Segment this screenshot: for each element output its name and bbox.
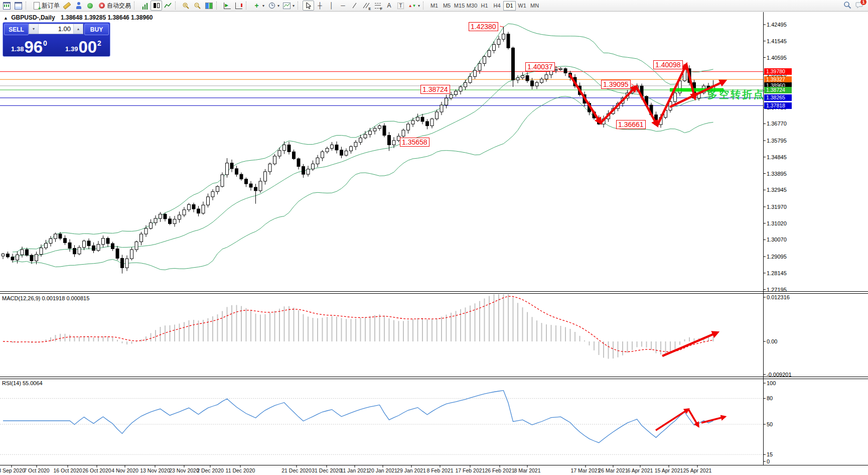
volume-input[interactable] — [39, 24, 73, 34]
date-tick-label: 26 Mar 2021 — [599, 467, 628, 473]
new-order-icon: + — [32, 2, 41, 10]
sell-price: 1.38 96 0 — [3, 35, 55, 55]
toolbar-templates-button[interactable]: ▾ — [281, 1, 296, 11]
buy-button[interactable]: BUY — [84, 24, 109, 35]
volume-increase-button[interactable]: ▴ — [73, 24, 83, 34]
toolbar-trendline-button[interactable] — [349, 1, 360, 11]
price-callout-label[interactable]: 1.40037 — [525, 62, 555, 71]
date-tick-label: 8 Mar 2021 — [514, 467, 540, 473]
date-tick-label: 21 Dec 2020 — [281, 467, 312, 473]
toolbar-cursor-button[interactable] — [303, 1, 314, 11]
axis-tick-label: 1.29095 — [767, 254, 787, 260]
toolbar-separator — [134, 2, 137, 10]
timeframe-toolbar: M1M5M15M30H1H4D1W1MN — [428, 1, 541, 11]
trend-arrow[interactable] — [601, 86, 636, 123]
macd-label: MACD(12,26,9) 0.001918 0.000815 — [2, 295, 89, 301]
toolbar-fibonacci-button[interactable]: F — [372, 1, 383, 11]
axis-tick-label: 1.36770 — [767, 121, 787, 127]
timeframe-h4-button[interactable]: H4 — [491, 1, 503, 11]
date-tick-label: 4 Nov 2020 — [111, 467, 138, 473]
timeframe-m15-button[interactable]: M15 — [453, 1, 466, 11]
toolbar-chart-bars-button[interactable] — [139, 1, 151, 11]
timeframe-d1-button[interactable]: D1 — [503, 1, 516, 11]
chart-shift-icon — [234, 2, 243, 10]
chart-title: ▲ GBPUSD-,Daily 1.38648 1.39285 1.38646 … — [4, 14, 153, 21]
price-callout-label[interactable]: 1.39095 — [601, 80, 631, 89]
toolbar-autotrading-button[interactable]: 自动交易 — [96, 1, 132, 11]
timeframe-m30-button[interactable]: M30 — [466, 1, 478, 11]
toolbar-zoom-in-button[interactable] — [180, 1, 192, 11]
date-tick-label: 8 Sep 2020 — [0, 467, 25, 473]
toolbar-profiles-button[interactable] — [13, 1, 24, 11]
date-tick-label: 11 Jan 2021 — [340, 467, 369, 473]
rsi-trend-arrow[interactable] — [656, 409, 688, 430]
toolbar-new-chart-button[interactable] — [1, 1, 13, 11]
price-callout-label[interactable]: 1.42380 — [469, 22, 498, 31]
timeframe-m5-button[interactable]: M5 — [441, 1, 453, 11]
date-tick-label: 16 Oct 2020 — [53, 467, 82, 473]
collapse-icon[interactable]: ▲ — [4, 16, 8, 21]
toolbar-zoom-out-button[interactable] — [192, 1, 203, 11]
price-callout-label[interactable]: 1.38724 — [420, 85, 450, 94]
price-callout-label[interactable]: 1.35658 — [400, 138, 429, 147]
date-tick-label: 29 Jan 2021 — [397, 467, 426, 473]
axis-tick-label: 0.00 — [767, 338, 777, 344]
toolbar-editor-button[interactable] — [61, 1, 73, 11]
text-icon: A — [385, 2, 393, 10]
toolbar-text-label-button[interactable]: T — [395, 1, 406, 11]
timeframe-h1-button[interactable]: H1 — [478, 1, 491, 11]
toolbar-text-button[interactable]: A — [383, 1, 395, 11]
toolbar-arrows-button[interactable]: ▲▼▾ — [406, 1, 421, 11]
macd-indicator — [3, 294, 713, 359]
axis-tick-label: 0 — [767, 458, 770, 464]
toolbar-chart-candles-button[interactable] — [151, 1, 162, 11]
toolbar-new-order-button[interactable]: +新订单 — [31, 1, 61, 11]
alerts-icon — [86, 2, 94, 10]
candles — [2, 27, 715, 274]
timeframe-mn-button[interactable]: MN — [528, 1, 541, 11]
axis-tick-label: 1.27195 — [767, 287, 787, 293]
toolbar-separator — [175, 2, 178, 10]
search-icon[interactable] — [843, 1, 851, 9]
toolbar-chart-shift-button[interactable] — [233, 1, 244, 11]
sell-button[interactable]: SELL — [4, 24, 29, 35]
axis-tick-label: 1.40595 — [767, 55, 787, 61]
buy-price: 1.39 00 2 — [57, 35, 109, 55]
toolbar-experts-button[interactable] — [73, 1, 84, 11]
annotation-text[interactable]: 多空转折点 — [707, 88, 765, 101]
volume-decrease-button[interactable]: ▾ — [29, 24, 39, 34]
toolbar-indicators-button[interactable]: +▾ — [251, 1, 266, 11]
toolbar-periods-button[interactable]: ▾ — [266, 1, 281, 11]
templates-icon — [282, 2, 291, 10]
toolbar-chart-line-button[interactable] — [162, 1, 174, 11]
toolbar-alerts-button[interactable] — [84, 1, 96, 11]
rsi-trend-arrow[interactable] — [701, 417, 725, 423]
timeframe-w1-button[interactable]: W1 — [516, 1, 528, 11]
chat-icon[interactable]: 1 — [855, 1, 864, 9]
toolbar-separator — [216, 2, 219, 10]
chart-candles-icon — [152, 2, 161, 10]
price-callout-label[interactable]: 1.36661 — [616, 120, 646, 129]
toolbar-separator — [423, 2, 426, 10]
toolbar-vertical-line-button[interactable]: │ — [326, 1, 337, 11]
timeframe-m1-button[interactable]: M1 — [428, 1, 441, 11]
chevron-down-icon: ▾ — [418, 4, 420, 8]
price-level-chip: 1.38724 — [764, 87, 792, 93]
axis-tick-label: 1.41545 — [767, 38, 787, 44]
toolbar-tile-windows-button[interactable] — [203, 1, 215, 11]
chevron-down-icon: ▾ — [262, 4, 264, 8]
toolbar-crosshair-button[interactable]: ┼ — [314, 1, 326, 11]
toolbar-channel-button[interactable]: E — [360, 1, 372, 11]
price-callout-label[interactable]: 1.40098 — [653, 60, 683, 69]
bollinger-bands — [13, 24, 713, 270]
channel-icon: E — [362, 2, 370, 10]
new-chart-icon — [3, 2, 11, 10]
axis-tick-label: 1.35795 — [767, 138, 787, 144]
zoom-out-icon — [193, 2, 202, 10]
trend-arrow[interactable] — [657, 64, 686, 126]
profiles-icon — [14, 2, 23, 10]
toolbar-auto-scroll-button[interactable]: ▶ — [221, 1, 233, 11]
text-label-icon: T — [396, 2, 405, 10]
date-tick-label: 2 Dec 2020 — [197, 467, 224, 473]
toolbar-horizontal-line-button[interactable]: ─ — [337, 1, 349, 11]
